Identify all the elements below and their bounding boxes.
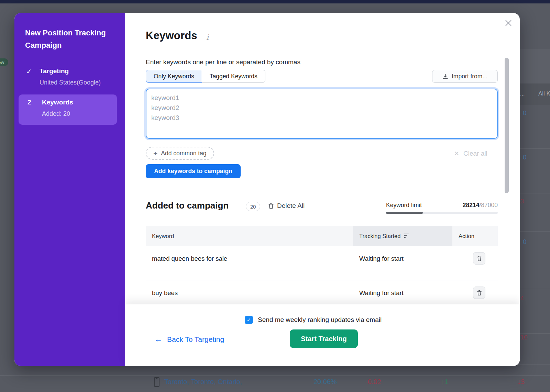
- background-row-divider: [516, 364, 550, 365]
- wizard-title: New Position Tracking Campaign: [25, 27, 115, 52]
- keywords-textarea[interactable]: [146, 89, 498, 139]
- new-campaign-modal: New Position Tracking Campaign ✓ Targeti…: [14, 13, 520, 366]
- keywords-table-header: Keyword Tracking Started Action: [146, 226, 498, 246]
- background-down-value: ↓3: [517, 378, 525, 386]
- checkbox-checked-icon: ✓: [247, 317, 251, 323]
- add-keywords-to-campaign-button[interactable]: Add keywords to campaign: [146, 164, 241, 178]
- background-row-divider: [516, 231, 550, 232]
- delete-all-button[interactable]: Delete All: [268, 202, 305, 210]
- back-to-targeting-label: Back To Targeting: [167, 335, 224, 344]
- tab-only-keywords[interactable]: Only Keywords: [146, 70, 202, 83]
- modal-scrollbar[interactable]: [505, 58, 509, 193]
- add-common-tag-label: Add common tag: [161, 150, 206, 157]
- background-cell-value: 0: [523, 154, 527, 161]
- background-up-value: ↑1: [441, 378, 448, 386]
- sidebar-step-keywords[interactable]: 2 Keywords Added: 20: [19, 94, 117, 125]
- background-row-divider: [516, 148, 550, 149]
- tab-tagged-keywords[interactable]: Tagged Keywords: [202, 70, 265, 83]
- keywords-instruction: Enter keywords one per line or separated…: [146, 58, 300, 66]
- plus-icon: +: [153, 150, 157, 157]
- keyword-limit-used: 28214: [463, 202, 480, 209]
- new-feature-badge: New: [0, 58, 8, 66]
- column-header-tracking-started[interactable]: Tracking Started: [353, 226, 452, 246]
- step-complete-check-icon: ✓: [26, 67, 35, 76]
- start-tracking-button[interactable]: Start Tracking: [290, 329, 358, 348]
- trash-icon: [477, 290, 482, 296]
- background-row-divider: [516, 288, 550, 288]
- background-delta-value: -0.02: [365, 378, 381, 386]
- added-to-campaign-heading: Added to campaign: [146, 200, 229, 211]
- keywords-input-tabs: Only Keywords Tagged Keywords: [146, 70, 265, 83]
- background-cell-value: 0: [523, 238, 527, 246]
- email-updates-checkbox[interactable]: ✓: [245, 316, 253, 324]
- background-percent-value: 20.06%: [314, 378, 337, 386]
- delete-all-label: Delete All: [277, 202, 305, 210]
- info-icon[interactable]: i: [206, 33, 209, 42]
- email-updates-label: Send me weekly ranking updates via email: [258, 316, 382, 324]
- keyword-cell: mated queen bees for sale: [152, 255, 227, 262]
- close-icon: [503, 17, 514, 29]
- page-title: Keywords: [146, 30, 197, 42]
- back-to-targeting-link[interactable]: ← Back To Targeting: [154, 335, 224, 344]
- keyword-limit-total: /87000: [479, 202, 498, 209]
- import-from-label: Import from...: [452, 73, 487, 80]
- background-location-link[interactable]: Toronto, Toronto, Ontario,: [164, 378, 242, 386]
- column-header-action: Action: [452, 226, 498, 246]
- added-count-badge: 20: [246, 202, 260, 211]
- step-targeting-summary: United States(Google): [40, 79, 101, 86]
- keyword-limit-value: 28214/87000: [463, 202, 498, 209]
- sidebar-step-targeting[interactable]: Targeting: [40, 67, 69, 75]
- background-column-header-truncated: ...: [520, 91, 525, 97]
- background-table-divider: [0, 375, 550, 376]
- trash-icon: [477, 256, 482, 261]
- keyword-cell: buy bees: [152, 289, 178, 297]
- column-header-tracking-label: Tracking Started: [359, 233, 400, 239]
- wizard-sidebar: New Position Tracking Campaign ✓ Targeti…: [14, 13, 125, 366]
- back-arrow-icon: ←: [154, 335, 162, 344]
- keyword-limit-label: Keyword limit: [386, 202, 422, 209]
- delete-keyword-button[interactable]: [473, 287, 485, 299]
- add-common-tag-button[interactable]: + Add common tag: [146, 147, 214, 160]
- keyword-limit-progress-fill: [386, 212, 423, 214]
- clear-all-label: Clear all: [463, 150, 487, 157]
- email-updates-option: ✓ Send me weekly ranking updates via ema…: [245, 316, 382, 324]
- keyword-limit-progress: [386, 212, 498, 214]
- background-column-header-all-keywords: All K: [538, 90, 550, 97]
- modal-footer: ✓ Send me weekly ranking updates via ema…: [125, 304, 520, 366]
- close-modal-button[interactable]: [503, 17, 514, 29]
- sort-descending-icon: [404, 234, 409, 239]
- step-keywords-summary: Added: 20: [42, 110, 70, 117]
- step-number: 2: [28, 99, 31, 106]
- import-from-button[interactable]: Import from...: [432, 70, 498, 83]
- clear-x-icon: ✕: [454, 150, 459, 157]
- download-icon: [442, 74, 448, 79]
- status-cell: Waiting for start: [359, 255, 404, 262]
- background-top-bar: [0, 0, 550, 3]
- trash-icon: [268, 203, 274, 209]
- table-row: mated queen bees for sale Waiting for st…: [146, 246, 498, 280]
- status-cell: Waiting for start: [359, 289, 404, 297]
- column-header-keyword: Keyword: [146, 226, 353, 246]
- mobile-device-icon: [154, 377, 160, 387]
- delete-keyword-button[interactable]: [473, 252, 485, 265]
- clear-all-button[interactable]: ✕ Clear all: [454, 150, 487, 157]
- background-row-divider: [516, 193, 550, 193]
- step-keywords-label: Keywords: [42, 99, 73, 106]
- background-cell-value: 0: [523, 109, 527, 117]
